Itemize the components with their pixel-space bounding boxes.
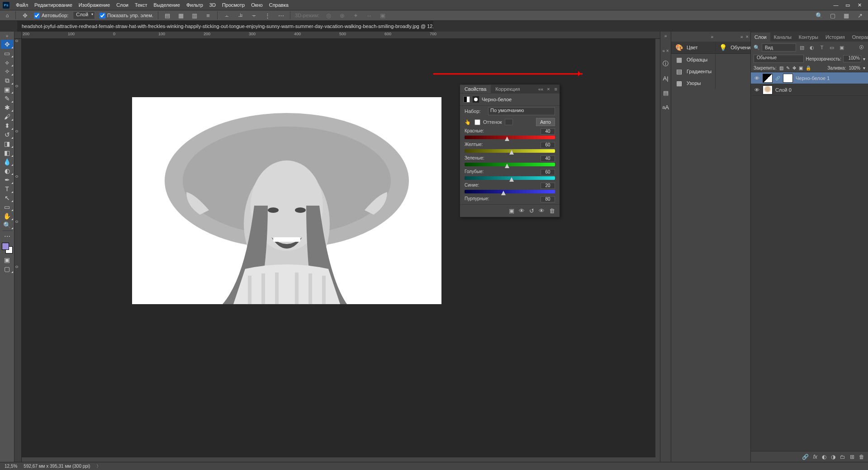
align-top-icon[interactable]: ⫠ — [222, 11, 231, 20]
close-icon[interactable]: ✕ — [854, 1, 865, 9]
canvas-area[interactable]: 2001000100200300400500600700 000000 — [14, 32, 660, 462]
tab-history[interactable]: История — [822, 33, 849, 42]
status-more-icon[interactable]: 〉 — [96, 463, 101, 470]
close-panel-icon[interactable]: × — [746, 34, 749, 39]
patterns-panel-btn[interactable]: ▩Узоры — [671, 77, 715, 89]
menu-3d[interactable]: 3D — [207, 1, 218, 9]
slider-track[interactable] — [465, 190, 555, 193]
toggle-visibility-icon[interactable]: 👁 — [539, 207, 545, 214]
clip-to-layer-icon[interactable]: ▣ — [509, 207, 514, 214]
layer-thumb-icon[interactable] — [763, 85, 773, 94]
visibility-icon[interactable]: 👁 — [754, 75, 760, 81]
mask-thumb-icon[interactable] — [783, 74, 793, 83]
expand-right-icon[interactable]: » — [740, 34, 743, 39]
character-panel-icon[interactable]: A| — [662, 74, 670, 82]
tab-adjustments[interactable]: Коррекция — [491, 85, 524, 93]
ruler-horizontal[interactable]: 2001000100200300400500600700 — [22, 32, 660, 39]
layer-item[interactable]: 👁 Слой 0 — [751, 84, 868, 96]
props-menu-icon[interactable]: ≡ — [552, 86, 560, 92]
group-icon[interactable]: 🗀 — [840, 454, 845, 460]
slider-track[interactable] — [465, 163, 555, 166]
tab-properties[interactable]: Свойства — [460, 85, 491, 93]
visibility-icon[interactable]: 👁 — [754, 87, 760, 93]
menu-file[interactable]: Файл — [13, 1, 31, 9]
layer-name[interactable]: Слой 0 — [775, 87, 792, 93]
canvas-image[interactable] — [132, 97, 441, 304]
healing-brush-tool[interactable]: ✱ — [1, 103, 14, 112]
zoom-tool[interactable]: 🔍 — [1, 221, 14, 230]
glyphs-panel-icon[interactable]: aA — [662, 103, 670, 111]
mask-toggle-icon[interactable] — [473, 96, 479, 103]
marquee-tool[interactable]: ▭ — [1, 49, 14, 58]
swatches-panel-btn[interactable]: ▦Образцы — [671, 54, 715, 66]
brush-tool[interactable]: 🖌 — [1, 112, 14, 121]
layer-fx-icon[interactable]: fx — [813, 454, 817, 460]
opacity-value[interactable]: 100% — [843, 55, 861, 62]
adjustment-thumb-icon[interactable] — [763, 74, 773, 83]
menu-window[interactable]: Окно — [248, 1, 266, 9]
quickmask-tool[interactable]: ▣ — [1, 255, 14, 264]
move-tool-icon[interactable]: ✥ — [20, 11, 29, 20]
tint-color-swatch[interactable] — [505, 119, 513, 125]
new-layer-icon[interactable]: ⊞ — [850, 454, 854, 460]
fill-value[interactable]: 100% — [849, 66, 860, 70]
close-panels-icon[interactable]: « × — [662, 48, 669, 53]
tint-checkbox[interactable] — [474, 119, 480, 125]
menu-select[interactable]: Выделение — [151, 1, 183, 9]
targeted-adjust-icon[interactable]: 👆 — [465, 119, 472, 125]
maximize-icon[interactable]: ▭ — [842, 1, 854, 9]
clone-stamp-tool[interactable]: ⬍ — [1, 121, 14, 130]
distribute-icon[interactable]: ≡ — [204, 11, 213, 20]
tab-paths[interactable]: Контуры — [795, 33, 822, 42]
edit-toolbar-icon[interactable]: ⋯ — [1, 232, 14, 241]
scrollbar-h[interactable] — [22, 457, 660, 462]
menu-text[interactable]: Текст — [132, 1, 150, 9]
document-dimensions[interactable]: 592,67 мм x 395,31 мм (300 ppi) — [24, 464, 90, 469]
arrange-icon[interactable]: ▦ — [842, 11, 851, 20]
reset-icon[interactable]: ↺ — [529, 207, 534, 214]
info-panel-icon[interactable]: ⓘ — [662, 60, 670, 68]
show-controls-check[interactable]: Показать упр. элем. — [100, 13, 153, 19]
lock-all-icon[interactable]: 🔒 — [806, 66, 811, 70]
collapse-props-icon[interactable]: «« — [537, 87, 545, 92]
lock-pixels-icon[interactable]: ▧ — [779, 66, 783, 70]
fg-color-swatch[interactable] — [2, 243, 9, 250]
slider-track[interactable] — [465, 136, 555, 139]
gradient-tool[interactable]: ◧ — [1, 148, 14, 157]
slider-value[interactable]: 40 — [541, 128, 555, 135]
color-swatches[interactable] — [2, 243, 13, 254]
align-bottom-icon[interactable]: ⫟ — [249, 11, 258, 20]
auto-button[interactable]: Авто — [536, 118, 555, 126]
collapse-tools-icon[interactable]: » — [6, 33, 9, 38]
minimize-icon[interactable]: — — [830, 1, 842, 9]
auto-select-check[interactable]: Автовыбор: — [34, 13, 68, 19]
menu-image[interactable]: Изображение — [76, 1, 113, 9]
lasso-tool[interactable]: ⟡ — [1, 58, 14, 67]
move-tool[interactable]: ✥ — [1, 40, 14, 49]
distribute-v-icon[interactable]: ⋮ — [263, 11, 272, 20]
blur-tool[interactable]: 💧 — [1, 157, 14, 166]
home-icon[interactable]: ⌂ — [4, 12, 11, 19]
collapse-icon[interactable]: » — [711, 34, 713, 39]
tab-layers[interactable]: Слои — [751, 33, 770, 42]
delete-adjustment-icon[interactable]: 🗑 — [549, 207, 555, 214]
dodge-tool[interactable]: ◐ — [1, 166, 14, 175]
expand-panels-icon[interactable]: » — [664, 33, 667, 38]
document-tab[interactable]: headshot-joyful-attractive-redhead-femal… — [17, 21, 433, 32]
slider-value[interactable]: 80 — [541, 196, 555, 202]
ruler-vertical[interactable]: 000000 — [14, 39, 22, 462]
scrollbar-v[interactable] — [655, 39, 660, 462]
learn-panel-tab[interactable]: 💡Обучение — [716, 42, 753, 54]
align-center-v-icon[interactable]: ⫡ — [236, 11, 245, 20]
align-right-icon[interactable]: ▥ — [190, 11, 199, 20]
slider-value[interactable]: 40 — [541, 155, 555, 162]
slider-value[interactable]: 60 — [541, 142, 555, 148]
filter-smart-icon[interactable]: ▣ — [838, 43, 846, 52]
layer-name[interactable]: Черно-белое 1 — [796, 75, 830, 81]
search-icon[interactable]: 🔍 — [815, 11, 824, 20]
share-icon[interactable]: ↗ — [855, 11, 864, 20]
zoom-level[interactable]: 12,5% — [5, 464, 17, 469]
opacity-dropdown-icon[interactable]: ▾ — [863, 56, 865, 61]
adjustment-layer-icon[interactable]: ◑ — [831, 454, 835, 460]
align-center-h-icon[interactable]: ▦ — [176, 11, 185, 20]
